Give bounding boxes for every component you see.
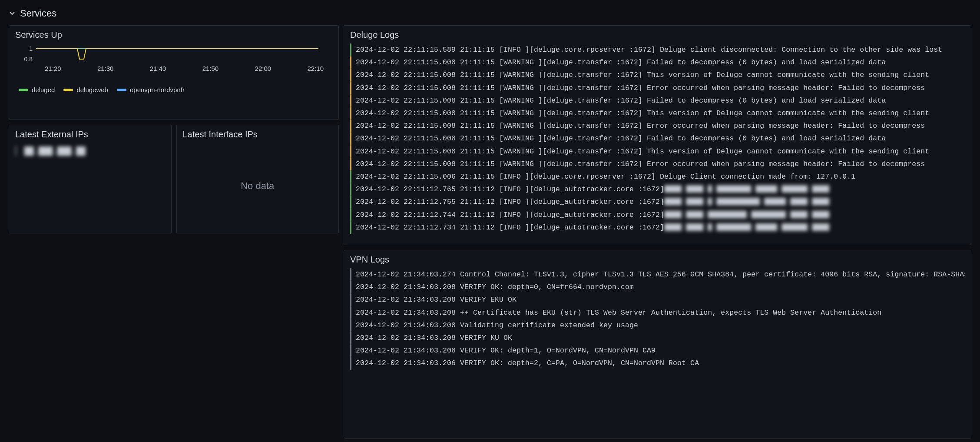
section-title: Services xyxy=(20,8,56,19)
panel-title: Services Up xyxy=(15,30,332,40)
log-line[interactable]: 2024-12-02 22:11:15.589 21:11:15 [INFO ]… xyxy=(350,43,965,56)
section-header[interactable]: Services xyxy=(9,3,971,25)
log-text: 2024-12-02 21:34:03.208 ++ Certificate h… xyxy=(356,306,881,319)
log-level-bar xyxy=(350,293,351,306)
log-text: 2024-12-02 22:11:12.744 21:11:12 [INFO ]… xyxy=(356,209,664,221)
log-level-bar xyxy=(350,319,351,332)
log-level-bar xyxy=(350,69,351,81)
log-text: 2024-12-02 21:34:03.208 VERIFY KU OK xyxy=(356,332,512,344)
log-line[interactable]: 2024-12-02 21:34:03.208 Validating certi… xyxy=(350,319,965,332)
log-line[interactable]: 2024-12-02 22:11:15.008 21:11:15 [WARNIN… xyxy=(350,82,965,94)
log-text: 2024-12-02 22:11:15.008 21:11:15 [WARNIN… xyxy=(356,158,925,170)
vpn-logs-panel[interactable]: VPN Logs 2024-12-02 21:34:03.274 Control… xyxy=(344,250,971,439)
log-level-bar xyxy=(350,94,351,107)
log-level-bar xyxy=(350,344,351,357)
log-level-bar xyxy=(350,306,351,319)
no-data-message: No data xyxy=(183,143,333,229)
legend-item-delugeweb[interactable]: delugeweb xyxy=(63,86,108,93)
chevron-down-icon xyxy=(9,8,16,19)
services-up-panel[interactable]: Services Up 1 0.8 21:20 21:30 21:40 21:5… xyxy=(9,25,339,120)
panel-title: VPN Logs xyxy=(350,255,965,265)
log-level-bar xyxy=(350,158,351,170)
external-ip-value: ██.███.███.██ xyxy=(15,143,165,156)
log-masked-tail: ████ ████ █ ████████ █████ ██████ ████ xyxy=(664,183,829,196)
log-line[interactable]: 2024-12-02 22:11:15.008 21:11:15 [WARNIN… xyxy=(350,120,965,132)
log-level-bar xyxy=(350,332,351,344)
deluge-log-body[interactable]: 2024-12-02 22:11:15.589 21:11:15 [INFO ]… xyxy=(350,43,965,240)
log-line[interactable]: 2024-12-02 22:11:15.008 21:11:15 [WARNIN… xyxy=(350,69,965,81)
vpn-log-body[interactable]: 2024-12-02 21:34:03.274 Control Channel:… xyxy=(350,268,965,434)
log-text: 2024-12-02 22:11:15.008 21:11:15 [WARNIN… xyxy=(356,94,886,107)
log-text: 2024-12-02 22:11:15.008 21:11:15 [WARNIN… xyxy=(356,56,886,69)
log-masked-tail: ████ ████ █████████ ████████ ████ ████ xyxy=(664,209,829,221)
log-text: 2024-12-02 22:11:15.589 21:11:15 [INFO ]… xyxy=(356,43,942,56)
legend-item-deluged[interactable]: deluged xyxy=(19,86,55,93)
log-level-bar xyxy=(350,209,351,221)
log-text: 2024-12-02 21:34:03.208 VERIFY OK: depth… xyxy=(356,344,656,357)
log-line[interactable]: 2024-12-02 21:34:03.274 Control Channel:… xyxy=(350,268,965,281)
log-level-bar xyxy=(350,107,351,120)
log-text: 2024-12-02 21:34:03.208 VERIFY OK: depth… xyxy=(356,281,634,293)
log-line[interactable]: 2024-12-02 22:11:15.008 21:11:15 [WARNIN… xyxy=(350,158,965,170)
log-line[interactable]: 2024-12-02 22:11:12.765 21:11:12 [INFO ]… xyxy=(350,183,965,196)
log-line[interactable]: 2024-12-02 22:11:15.008 21:11:15 [WARNIN… xyxy=(350,94,965,107)
log-level-bar xyxy=(350,120,351,132)
deluge-logs-panel[interactable]: Deluge Logs 2024-12-02 22:11:15.589 21:1… xyxy=(344,25,971,245)
log-line[interactable]: 2024-12-02 21:34:03.208 ++ Certificate h… xyxy=(350,306,965,319)
chart-legend[interactable]: deluged delugeweb openvpn-nordvpnfr xyxy=(15,84,332,94)
chart-plot-area xyxy=(36,45,318,63)
log-masked-tail: ████ ████ █ ██████████ █████ ████ ████ xyxy=(664,196,829,208)
legend-item-openvpn[interactable]: openvpn-nordvpnfr xyxy=(117,86,185,93)
legend-swatch xyxy=(63,89,73,91)
log-text: 2024-12-02 22:11:15.006 21:11:15 [INFO ]… xyxy=(356,170,855,183)
services-up-chart[interactable]: 1 0.8 21:20 21:30 21:40 21:50 22:00 22:1… xyxy=(15,45,332,84)
legend-swatch xyxy=(117,89,126,91)
log-text: 2024-12-02 22:11:15.008 21:11:15 [WARNIN… xyxy=(356,82,925,94)
panel-title: Latest External IPs xyxy=(15,130,165,140)
log-line[interactable]: 2024-12-02 22:11:15.008 21:11:15 [WARNIN… xyxy=(350,132,965,145)
log-level-bar xyxy=(350,56,351,69)
log-level-bar xyxy=(350,196,351,208)
log-text: 2024-12-02 21:34:03.274 Control Channel:… xyxy=(356,268,965,281)
log-masked-tail: ████ ████ █ ████████ █████ ██████ ████ xyxy=(664,221,829,234)
log-level-bar xyxy=(350,170,351,183)
panel-title: Deluge Logs xyxy=(350,30,965,40)
log-text: 2024-12-02 22:11:15.008 21:11:15 [WARNIN… xyxy=(356,132,886,145)
log-text: 2024-12-02 22:11:15.008 21:11:15 [WARNIN… xyxy=(356,69,929,81)
log-line[interactable]: 2024-12-02 22:11:15.008 21:11:15 [WARNIN… xyxy=(350,145,965,158)
log-text: 2024-12-02 22:11:15.008 21:11:15 [WARNIN… xyxy=(356,145,929,158)
log-text: 2024-12-02 21:34:03.206 VERIFY OK: depth… xyxy=(356,357,699,369)
log-line[interactable]: 2024-12-02 21:34:03.208 VERIFY OK: depth… xyxy=(350,281,965,293)
log-line[interactable]: 2024-12-02 22:11:12.734 21:11:12 [INFO ]… xyxy=(350,221,965,234)
log-line[interactable]: 2024-12-02 21:34:03.208 VERIFY KU OK xyxy=(350,332,965,344)
log-level-bar xyxy=(350,221,351,234)
interface-ips-panel[interactable]: Latest Interface IPs No data xyxy=(176,125,339,233)
log-line[interactable]: 2024-12-02 22:11:15.008 21:11:15 [WARNIN… xyxy=(350,56,965,69)
log-line[interactable]: 2024-12-02 22:11:12.744 21:11:12 [INFO ]… xyxy=(350,209,965,221)
log-text: 2024-12-02 22:11:12.765 21:11:12 [INFO ]… xyxy=(356,183,664,196)
log-level-bar xyxy=(350,357,351,369)
x-axis-ticks: 21:20 21:30 21:40 21:50 22:00 22:10 xyxy=(36,65,332,72)
panel-title: Latest Interface IPs xyxy=(183,130,333,140)
log-text: 2024-12-02 22:11:12.734 21:11:12 [INFO ]… xyxy=(356,221,664,234)
log-level-bar xyxy=(350,145,351,158)
log-line[interactable]: 2024-12-02 22:11:15.006 21:11:15 [INFO ]… xyxy=(350,170,965,183)
log-level-bar xyxy=(350,132,351,145)
log-text: 2024-12-02 22:11:12.755 21:11:12 [INFO ]… xyxy=(356,196,664,208)
log-level-bar xyxy=(350,268,351,281)
log-level-bar xyxy=(350,82,351,94)
log-line[interactable]: 2024-12-02 22:11:15.008 21:11:15 [WARNIN… xyxy=(350,107,965,120)
log-line[interactable]: 2024-12-02 21:34:03.208 VERIFY OK: depth… xyxy=(350,344,965,357)
log-text: 2024-12-02 21:34:03.208 VERIFY EKU OK xyxy=(356,293,516,306)
log-line[interactable]: 2024-12-02 21:34:03.208 VERIFY EKU OK xyxy=(350,293,965,306)
log-text: 2024-12-02 22:11:15.008 21:11:15 [WARNIN… xyxy=(356,120,925,132)
log-line[interactable]: 2024-12-02 21:34:03.206 VERIFY OK: depth… xyxy=(350,357,965,369)
log-level-bar xyxy=(350,281,351,293)
log-text: 2024-12-02 22:11:15.008 21:11:15 [WARNIN… xyxy=(356,107,929,120)
log-text: 2024-12-02 21:34:03.208 Validating certi… xyxy=(356,319,638,332)
log-level-bar xyxy=(350,183,351,196)
legend-swatch xyxy=(19,89,28,91)
external-ips-panel[interactable]: Latest External IPs ██.███.███.██ xyxy=(9,125,172,233)
log-line[interactable]: 2024-12-02 22:11:12.755 21:11:12 [INFO ]… xyxy=(350,196,965,208)
log-level-bar xyxy=(350,43,351,56)
